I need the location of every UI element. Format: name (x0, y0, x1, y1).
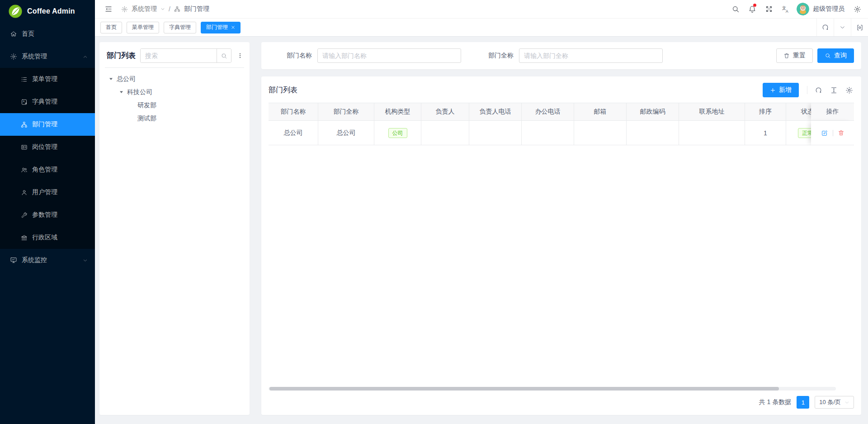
sidebar-item-label: 字典管理 (32, 98, 57, 106)
col-address: 联系地址 (679, 103, 745, 121)
wrench-icon (21, 212, 28, 219)
dept-fullname-input[interactable] (519, 48, 663, 63)
tab-dict-mgmt[interactable]: 字典管理 (164, 22, 196, 33)
tree-node-label: 测试部 (137, 114, 156, 123)
action-divider (833, 130, 833, 136)
add-button[interactable]: 新增 (763, 83, 799, 97)
table-title: 部门列表 (269, 86, 297, 95)
org-type-tag: 公司 (388, 128, 407, 138)
cell-full-name: 总公司 (318, 121, 374, 145)
fullscreen-icon (765, 5, 773, 13)
apartment-icon (21, 121, 28, 128)
collapse-sidebar-button[interactable] (103, 0, 114, 18)
edit-row-button[interactable] (821, 129, 828, 137)
sidebar-item-monitor[interactable]: 系统监控 (0, 249, 95, 272)
sidebar-item-label: 用户管理 (32, 188, 57, 196)
app-title: Coffee Admin (27, 7, 75, 15)
home-icon (10, 30, 17, 38)
sidebar-item-role-mgmt[interactable]: 角色管理 (0, 158, 95, 181)
sidebar-item-region[interactable]: 行政区域 (0, 226, 95, 249)
close-icon[interactable] (231, 25, 235, 29)
tab-bar: 首页 菜单管理 字典管理 部门管理 (95, 19, 868, 37)
sidebar-item-param-mgmt[interactable]: 参数管理 (0, 204, 95, 226)
tab-home[interactable]: 首页 (100, 22, 122, 33)
tree-node-tech-company[interactable]: 科技公司 (105, 86, 244, 99)
fullscreen-button[interactable] (760, 0, 777, 18)
tab-options-button[interactable] (834, 19, 851, 36)
cell-org-type: 公司 (374, 121, 421, 145)
settings-button[interactable] (851, 0, 863, 18)
app-logo[interactable]: Coffee Admin (0, 0, 95, 23)
dept-name-field: 部门名称 (287, 48, 461, 63)
avatar[interactable] (797, 3, 809, 15)
search-button[interactable] (727, 0, 744, 18)
sidebar-item-home[interactable]: 首页 (0, 23, 95, 45)
refresh-icon (815, 86, 822, 94)
cell-sort: 1 (745, 121, 786, 145)
col-office-phone: 办公电话 (522, 103, 574, 121)
pagination: 共 1 条数据 1 10 条/页 (269, 394, 854, 410)
more-vertical-icon (237, 52, 243, 59)
column-height-icon (830, 86, 838, 94)
breadcrumb-parent[interactable]: 系统管理 (132, 5, 157, 13)
sidebar-item-dept-mgmt[interactable]: 部门管理 (0, 113, 95, 136)
dept-fullname-label: 部门全称 (488, 52, 514, 60)
caret-down-icon[interactable] (119, 90, 127, 95)
chevron-up-icon (83, 54, 88, 59)
gear-icon (10, 53, 17, 60)
bank-icon (21, 234, 28, 241)
tree-search-button[interactable] (217, 49, 231, 62)
sidebar-item-menu-mgmt[interactable]: 菜单管理 (0, 68, 95, 91)
sidebar-item-label: 行政区域 (32, 233, 57, 242)
tab-menu-mgmt[interactable]: 菜单管理 (127, 22, 159, 33)
breadcrumb-separator: / (169, 5, 170, 13)
col-actions: 操作 (811, 103, 854, 121)
reset-button[interactable]: 重置 (776, 48, 813, 63)
tab-label: 字典管理 (169, 24, 191, 31)
tab-label: 部门管理 (206, 24, 228, 31)
table-header-row: 部门名称 部门全称 机构类型 负责人 负责人电话 办公电话 邮箱 邮政编码 联系… (269, 103, 854, 121)
column-height-button[interactable] (830, 86, 838, 94)
chevron-down-icon (844, 400, 849, 405)
refresh-tab-button[interactable] (816, 19, 834, 36)
tree-search-input[interactable] (141, 49, 217, 62)
cell-office-phone (522, 121, 574, 145)
notifications-button[interactable] (744, 0, 760, 18)
cell-leader-phone (469, 121, 522, 145)
tree-more-button[interactable] (236, 52, 244, 59)
sidebar: Coffee Admin 首页 系统管理 菜单管理 A 字典管理 部门管理 岗位… (0, 0, 95, 424)
tree-node-test-dept[interactable]: 测试部 (105, 112, 244, 125)
apartment-icon (174, 6, 180, 12)
tree-node-head-office[interactable]: 总公司 (105, 72, 244, 86)
scrollbar-thumb[interactable] (269, 387, 779, 391)
team-icon (21, 167, 28, 173)
page-1-button[interactable]: 1 (797, 396, 809, 409)
col-full-name: 部门全称 (318, 103, 374, 121)
sidebar-item-post-mgmt[interactable]: 岗位管理 (0, 136, 95, 158)
tree-panel-header: 部门列表 (105, 48, 244, 68)
sidebar-item-system[interactable]: 系统管理 (0, 45, 95, 68)
cell-dept-name: 总公司 (269, 121, 318, 145)
caret-down-icon[interactable] (108, 76, 117, 81)
table-row: 总公司 总公司 公司 1 正 (269, 121, 854, 145)
tree-panel-title: 部门列表 (107, 51, 136, 61)
sidebar-item-user-mgmt[interactable]: 用户管理 (0, 181, 95, 204)
translate-button[interactable]: 文A (777, 0, 794, 18)
gear-icon (121, 6, 128, 13)
breadcrumb: 系统管理 / 部门管理 (121, 5, 209, 13)
search-submit-button[interactable]: 查询 (817, 48, 854, 63)
delete-row-button[interactable] (838, 129, 844, 136)
username[interactable]: 超级管理员 (813, 5, 844, 13)
cell-actions (811, 121, 854, 145)
page-size-select[interactable]: 10 条/页 (815, 396, 854, 409)
table-settings-button[interactable] (845, 86, 853, 94)
dept-name-input[interactable] (317, 48, 461, 63)
tree-node-rd-dept[interactable]: 研发部 (105, 99, 244, 112)
refresh-table-button[interactable] (815, 86, 822, 94)
avatar-image (797, 3, 809, 15)
filter-buttons: 重置 查询 (776, 48, 854, 63)
tree-node-label: 总公司 (117, 75, 136, 83)
maximize-content-button[interactable] (851, 19, 868, 36)
tab-dept-mgmt[interactable]: 部门管理 (201, 22, 241, 33)
sidebar-item-dict-mgmt[interactable]: A 字典管理 (0, 91, 95, 113)
